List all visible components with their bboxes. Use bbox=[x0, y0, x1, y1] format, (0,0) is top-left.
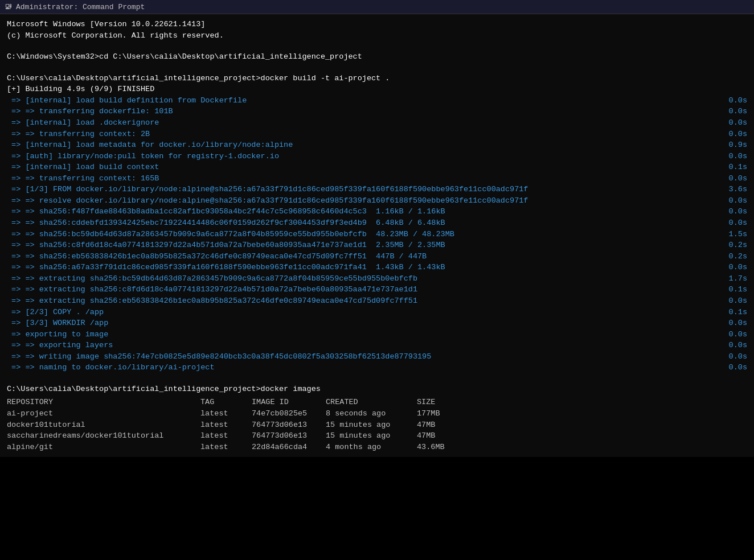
td-col5: 43.6MB bbox=[417, 442, 462, 453]
line-time: 0.1s bbox=[718, 307, 747, 318]
terminal-line: => => writing image sha256:74e7cb0825e5d… bbox=[7, 351, 747, 363]
terminal-line: C:\Users\calia\Desktop\artificial_intell… bbox=[7, 384, 747, 395]
terminal-line: => => transferring dockerfile: 101B0.0s bbox=[7, 106, 747, 117]
line-time: 0.1s bbox=[718, 284, 747, 295]
td-col5: 177MB bbox=[417, 408, 462, 419]
line-time: 0.0s bbox=[718, 217, 747, 229]
terminal-line: C:\Users\calia\Desktop\artificial_intell… bbox=[7, 73, 747, 84]
terminal-line: => => sha256:a67a33f791d1c86ced985f339fa… bbox=[7, 262, 747, 273]
line-text: => => naming to docker.io/library/ai-pro… bbox=[7, 362, 718, 373]
th-col5: SIZE bbox=[417, 397, 462, 408]
line-time: 0.0s bbox=[718, 195, 747, 207]
blank-line bbox=[7, 63, 747, 73]
terminal-line: => [internal] load .dockerignore0.0s bbox=[7, 117, 747, 129]
td-col3: 22d84a66cda4 bbox=[252, 442, 326, 453]
table-row: docker101tutoriallatest764773d06e1315 mi… bbox=[7, 419, 747, 431]
td-col2: latest bbox=[200, 430, 252, 442]
table-row: alpine/gitlatest22d84a66cda44 months ago… bbox=[7, 442, 747, 453]
line-time: 0.0s bbox=[718, 362, 747, 373]
terminal-line: C:\Windows\System32>cd C:\Users\calia\De… bbox=[7, 51, 747, 63]
docker-images-table: REPOSITORYTAGIMAGE IDCREATEDSIZEai-proje… bbox=[7, 397, 747, 452]
td-col5: 47MB bbox=[417, 419, 462, 431]
terminal-line: => [1/3] FROM docker.io/library/node:alp… bbox=[7, 184, 747, 195]
table-row: saccharinedreams/docker101tutoriallatest… bbox=[7, 430, 747, 442]
line-time: 0.0s bbox=[718, 173, 747, 184]
line-time: 0.0s bbox=[718, 129, 747, 140]
line-text: => => sha256:bc59db64d63d87a2863457b909c… bbox=[7, 229, 718, 240]
terminal-line: => [3/3] WORKDIR /app0.0s bbox=[7, 318, 747, 329]
td-col1: docker101tutorial bbox=[7, 419, 200, 431]
terminal-line: => [2/3] COPY . /app0.1s bbox=[7, 307, 747, 318]
line-text: => => resolve docker.io/library/node:alp… bbox=[7, 195, 718, 207]
line-text: => [3/3] WORKDIR /app bbox=[7, 318, 718, 329]
blank-line bbox=[7, 41, 747, 51]
terminal: Microsoft Windows [Version 10.0.22621.14… bbox=[0, 14, 754, 457]
terminal-line: => [auth] library/node:pull token for re… bbox=[7, 151, 747, 162]
title-bar: 🖳 Administrator: Command Prompt bbox=[0, 0, 754, 14]
td-col3: 74e7cb0825e5 bbox=[252, 408, 326, 419]
line-time: 0.2s bbox=[718, 240, 747, 251]
terminal-line: => => transferring context: 2B0.0s bbox=[7, 129, 747, 140]
table-row: ai-projectlatest74e7cb0825e58 seconds ag… bbox=[7, 408, 747, 419]
title-bar-text: Administrator: Command Prompt bbox=[16, 3, 145, 11]
line-time: 1.7s bbox=[718, 273, 747, 285]
line-text: => => exporting layers bbox=[7, 340, 718, 351]
td-col3: 764773d06e13 bbox=[252, 430, 326, 442]
line-time: 0.0s bbox=[718, 351, 747, 363]
th-col4: CREATED bbox=[326, 397, 417, 408]
line-time: 0.0s bbox=[718, 117, 747, 129]
line-time: 0.1s bbox=[718, 162, 747, 173]
td-col2: latest bbox=[200, 419, 252, 431]
line-text: => => writing image sha256:74e7cb0825e5d… bbox=[7, 351, 718, 363]
line-time: 0.9s bbox=[718, 139, 747, 151]
line-time: 3.6s bbox=[718, 184, 747, 195]
td-col1: ai-project bbox=[7, 408, 200, 419]
th-col2: TAG bbox=[200, 397, 252, 408]
td-col4: 4 months ago bbox=[326, 442, 417, 453]
line-time: 1.5s bbox=[718, 229, 747, 240]
td-col3: 764773d06e13 bbox=[252, 419, 326, 431]
th-col3: IMAGE ID bbox=[252, 397, 326, 408]
line-text: => => extracting sha256:eb563838426b1ec0… bbox=[7, 295, 718, 307]
blank-line bbox=[7, 373, 747, 384]
line-text: => => transferring context: 165B bbox=[7, 173, 718, 184]
terminal-line: => => extracting sha256:bc59db64d63d87a2… bbox=[7, 273, 747, 285]
line-text: => => transferring dockerfile: 101B bbox=[7, 106, 718, 117]
line-time: 0.0s bbox=[718, 295, 747, 307]
line-text: => [auth] library/node:pull token for re… bbox=[7, 151, 718, 162]
line-text: => exporting to image bbox=[7, 329, 718, 340]
line-text: => [internal] load build definition from… bbox=[7, 95, 718, 106]
td-col1: saccharinedreams/docker101tutorial bbox=[7, 430, 200, 442]
line-text: => => sha256:cddebfd139342425ebc71922441… bbox=[7, 217, 718, 229]
line-text: => => sha256:f487fdae88463b8adba1cc82af1… bbox=[7, 206, 718, 217]
line-time: 0.0s bbox=[718, 106, 747, 117]
line-text: => => extracting sha256:c8fd6d18c4a07741… bbox=[7, 284, 718, 295]
td-col1: alpine/git bbox=[7, 442, 200, 453]
line-time: 0.0s bbox=[718, 329, 747, 340]
terminal-line: => => sha256:c8fd6d18c4a07741813297d22a4… bbox=[7, 240, 747, 251]
line-text: => => extracting sha256:bc59db64d63d87a2… bbox=[7, 273, 718, 285]
terminal-line: => [internal] load build definition from… bbox=[7, 95, 747, 106]
line-text: => [internal] load build context bbox=[7, 162, 718, 173]
line-text: => [1/3] FROM docker.io/library/node:alp… bbox=[7, 184, 718, 195]
line-text: => [internal] load metadata for docker.i… bbox=[7, 139, 718, 151]
line-text: => => sha256:c8fd6d18c4a07741813297d22a4… bbox=[7, 240, 718, 251]
line-text: => [2/3] COPY . /app bbox=[7, 307, 718, 318]
terminal-line: => [internal] load build context0.1s bbox=[7, 162, 747, 173]
terminal-line: => => exporting layers0.0s bbox=[7, 340, 747, 351]
terminal-line: => => sha256:cddebfd139342425ebc71922441… bbox=[7, 217, 747, 229]
terminal-line: => => resolve docker.io/library/node:alp… bbox=[7, 195, 747, 207]
terminal-line: Microsoft Windows [Version 10.0.22621.14… bbox=[7, 19, 747, 30]
line-text: => => transferring context: 2B bbox=[7, 129, 718, 140]
terminal-line: => => extracting sha256:c8fd6d18c4a07741… bbox=[7, 284, 747, 295]
td-col5: 47MB bbox=[417, 430, 462, 442]
line-text: => => sha256:eb563838426b1ec0a8b95b825a3… bbox=[7, 251, 718, 262]
td-col2: latest bbox=[200, 408, 252, 419]
line-time: 0.0s bbox=[718, 95, 747, 106]
terminal-line: => => sha256:eb563838426b1ec0a8b95b825a3… bbox=[7, 251, 747, 262]
title-bar-icon: 🖳 bbox=[5, 2, 13, 11]
line-time: 0.0s bbox=[718, 262, 747, 273]
terminal-line: => => naming to docker.io/library/ai-pro… bbox=[7, 362, 747, 373]
terminal-line: => => extracting sha256:eb563838426b1ec0… bbox=[7, 295, 747, 307]
terminal-line: [+] Building 4.9s (9/9) FINISHED bbox=[7, 84, 747, 95]
